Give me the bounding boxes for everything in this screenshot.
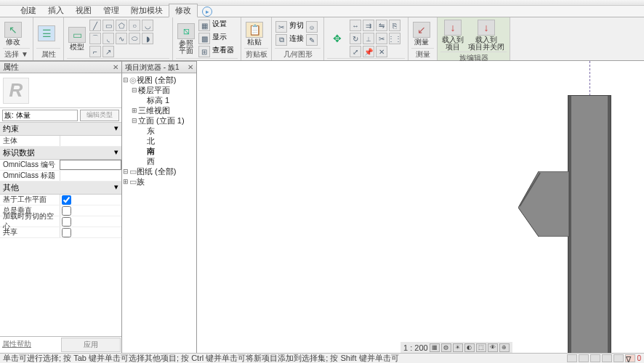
tray-filter-icon[interactable]: ∇	[625, 354, 635, 362]
tab-view[interactable]: 视图	[70, 4, 97, 17]
expand-icon[interactable]: ⊞	[131, 107, 138, 114]
properties-help-link[interactable]: 属性帮助	[1, 338, 60, 352]
viewer-icon[interactable]: ⊞	[198, 46, 210, 57]
reveal-icon[interactable]: ⊕	[499, 343, 510, 352]
properties-button[interactable]: ☰	[36, 25, 57, 42]
arc2-icon[interactable]: ⌒	[89, 33, 101, 44]
pick-icon[interactable]: ↗	[102, 46, 114, 57]
crop-icon[interactable]: ⬚	[476, 343, 486, 352]
expand-icon[interactable]: ⊞	[122, 178, 129, 185]
panel-properties: 属性	[36, 48, 60, 60]
copy-icon[interactable]: ⎘	[389, 20, 401, 31]
expand-icon[interactable]: ⊟	[131, 86, 138, 94]
load-project-button[interactable]: ↓载入到 项目	[440, 19, 465, 52]
show-icon[interactable]: ▩	[198, 33, 210, 44]
tab-insert[interactable]: 插入	[42, 4, 70, 17]
tree-elevations[interactable]: 立面 (立面 1)	[138, 115, 185, 126]
paint-icon[interactable]: ✎	[306, 34, 318, 46]
shadows-icon[interactable]: ◐	[464, 343, 475, 352]
expand-icon[interactable]: ⊟	[122, 168, 129, 175]
trim-icon[interactable]: ⟂	[363, 33, 374, 44]
cope-icon[interactable]: ⌾	[306, 21, 318, 33]
omni-num-input[interactable]	[62, 160, 121, 170]
tree-west[interactable]: 西	[147, 156, 155, 167]
join-geo-icon[interactable]: ⧉	[275, 34, 287, 46]
family-type-select[interactable]: 族: 体量	[2, 110, 78, 121]
close-icon[interactable]: ✕	[113, 63, 118, 71]
scale-icon[interactable]: ⤢	[350, 46, 361, 57]
host-input[interactable]	[62, 136, 121, 146]
tab-modify[interactable]: 修改	[169, 4, 198, 17]
arc3-icon[interactable]: ◟	[102, 33, 114, 44]
tree-level1[interactable]: 标高 1	[147, 95, 169, 106]
arc-icon[interactable]: ◡	[142, 20, 153, 31]
panel-select[interactable]: 选择 ▼	[3, 48, 30, 60]
paste-button[interactable]: 📋粘贴	[244, 21, 265, 46]
sun-path-icon[interactable]: ☀	[453, 343, 463, 352]
offset-icon[interactable]: ⇉	[363, 20, 374, 31]
apply-button[interactable]: 应用	[61, 338, 121, 352]
tray-icon[interactable]	[602, 354, 612, 362]
array-icon[interactable]: ⋮⋮	[389, 33, 401, 44]
group-constraints[interactable]: 约束▾	[0, 123, 121, 136]
measure-button[interactable]: ↙测量	[411, 21, 432, 46]
tree-views[interactable]: 视图 (全部)	[137, 75, 176, 86]
delete-icon[interactable]: ✕	[376, 46, 387, 57]
omni-title-input[interactable]	[62, 171, 121, 181]
poly-icon[interactable]: ⬠	[116, 20, 127, 31]
detail-level-icon[interactable]: ▦	[430, 343, 440, 352]
half-icon[interactable]: ◗	[142, 33, 153, 44]
cut-geo-icon[interactable]: ✂	[275, 21, 287, 33]
tray-icon[interactable]	[579, 354, 589, 362]
load-close-button[interactable]: ↓载入到 项目并关闭	[467, 19, 506, 52]
line-icon[interactable]: ╱	[89, 20, 101, 31]
tree-south[interactable]: 南	[147, 146, 155, 157]
model-bracket[interactable]	[518, 171, 571, 237]
tray-icon[interactable]	[590, 354, 600, 362]
tray-icon[interactable]	[613, 354, 624, 362]
tab-addins[interactable]: 附加模块	[125, 4, 169, 17]
expand-icon[interactable]: ⊟	[131, 117, 138, 124]
group-other[interactable]: 其他▾	[0, 182, 121, 195]
cutvoids-checkbox[interactable]	[62, 217, 71, 227]
rotate-icon[interactable]: ↻	[350, 33, 361, 44]
help-icon[interactable]: ▸	[202, 7, 212, 17]
tree-sheets[interactable]: 图纸 (全部)	[137, 166, 176, 177]
scale-label[interactable]: 1 : 200	[403, 343, 428, 352]
move-button[interactable]: ✥	[327, 30, 347, 47]
tree-families[interactable]: 族	[137, 176, 145, 187]
pin-icon[interactable]: 📌	[363, 46, 374, 57]
align-icon[interactable]: ↔	[350, 20, 361, 31]
close-icon[interactable]: ✕	[188, 63, 193, 71]
tree-floorplans[interactable]: 楼层平面	[138, 85, 170, 96]
edit-type-button[interactable]: 编辑类型	[80, 110, 119, 121]
ref-plane-button[interactable]: ⧅参照 平面	[176, 23, 196, 55]
model-button[interactable]: ▭模型	[67, 26, 87, 52]
tree-3d[interactable]: 三维视图	[138, 105, 170, 116]
model-column[interactable]	[568, 95, 611, 363]
split-icon[interactable]: ✂	[376, 33, 387, 44]
visual-style-icon[interactable]: ◍	[441, 343, 451, 352]
prop-omni-num: OmniClass 编号	[0, 160, 60, 170]
drawing-canvas[interactable]: 1 : 200 ▦ ◍ ☀ ◐ ⬚ 👁 ⊕	[197, 61, 644, 353]
set-icon[interactable]: ▦	[198, 20, 210, 31]
fillet-icon[interactable]: ⌐	[89, 46, 101, 57]
group-identity[interactable]: 标识数据▾	[0, 147, 121, 160]
ellipse-icon[interactable]: ⬭	[129, 33, 140, 44]
panel-geometry: 几何图形	[275, 48, 321, 60]
expand-icon[interactable]: ⊟	[122, 76, 129, 83]
mirror-icon[interactable]: ⇋	[376, 20, 387, 31]
tray-icon[interactable]	[567, 354, 577, 362]
workplane-checkbox[interactable]	[62, 195, 71, 205]
tree-north[interactable]: 北	[147, 136, 155, 147]
tree-east[interactable]: 东	[147, 126, 155, 136]
vertical-checkbox[interactable]	[62, 206, 71, 216]
tab-create[interactable]: 创建	[15, 4, 42, 17]
rect-icon[interactable]: ▭	[102, 20, 114, 31]
hide-icon[interactable]: 👁	[488, 343, 498, 352]
modify-button[interactable]: ↖ 修改	[3, 21, 23, 46]
spline-icon[interactable]: ∿	[116, 33, 127, 44]
tab-manage[interactable]: 管理	[97, 4, 125, 17]
shared-checkbox[interactable]	[62, 228, 71, 237]
circle-icon[interactable]: ○	[129, 20, 140, 31]
